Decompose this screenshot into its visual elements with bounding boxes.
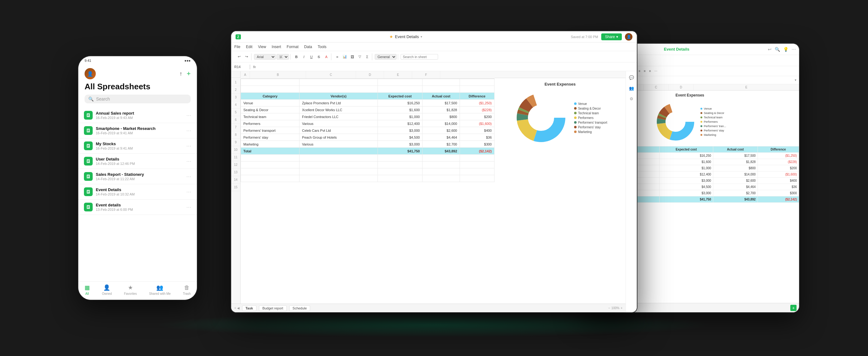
align-right-btn[interactable]: ≡ (648, 69, 652, 73)
cell[interactable] (377, 161, 423, 168)
tab-header-cell[interactable]: Difference (757, 146, 799, 153)
data-cell[interactable]: $14,000 (423, 120, 460, 127)
tab-data-cell[interactable]: $400 (757, 178, 799, 184)
bold-button[interactable]: B (293, 53, 300, 60)
header-cell-4[interactable]: Difference (460, 93, 495, 99)
cell[interactable] (300, 155, 378, 161)
data-cell[interactable]: ($1,250) (460, 99, 495, 107)
comments-icon[interactable]: 💬 (628, 74, 635, 81)
schedule-tab[interactable]: Schedule (289, 305, 310, 311)
data-cell[interactable]: ($1,600) (460, 120, 495, 127)
data-cell[interactable]: $3,000 (377, 141, 423, 148)
font-family-select[interactable]: Arial (254, 54, 276, 60)
people-icon[interactable]: 👥 (628, 84, 635, 92)
cell[interactable] (241, 155, 300, 161)
task-tab[interactable]: Task (242, 305, 256, 311)
tab-total-cell[interactable]: ($2,142) (757, 197, 799, 203)
number-format-select[interactable]: General (375, 54, 397, 60)
data-cell[interactable]: Performers (241, 120, 300, 127)
tab-data-cell[interactable]: ($1,600) (757, 172, 799, 178)
tab-data-cell[interactable]: $12,400 (659, 172, 713, 178)
tab-data-cell[interactable]: $300 (757, 190, 799, 197)
tab-data-cell[interactable]: ($1,250) (757, 153, 799, 159)
lightbulb-icon[interactable]: 💡 (783, 47, 788, 52)
cell[interactable] (460, 168, 495, 175)
underline-button[interactable]: U (308, 53, 315, 60)
data-cell[interactable]: $2,700 (423, 141, 460, 148)
font-size-select[interactable]: 10 (276, 54, 289, 60)
data-cell[interactable]: $12,400 (377, 120, 423, 127)
data-cell[interactable]: Celeb Cars Pvt Ltd (300, 127, 378, 134)
phone-list-item[interactable]: Smartphone - Market Research 16-Feb-2019… (78, 123, 197, 138)
cell[interactable] (423, 79, 460, 86)
more-options-icon[interactable]: ⋯ (792, 47, 796, 52)
phone-list-item[interactable]: Event details 13-Feb-2019 at 6:00 PM ⋯ (78, 200, 197, 215)
menu-item-tools[interactable]: Tools (318, 44, 327, 49)
tab-header-cell[interactable]: Expected cost (659, 146, 713, 153)
menu-item-view[interactable]: View (258, 44, 266, 49)
cell[interactable] (423, 161, 460, 168)
header-cell-1[interactable]: Vendor(s) (300, 93, 378, 99)
cell[interactable] (423, 155, 460, 161)
item-menu-icon[interactable]: ⋯ (186, 128, 191, 134)
phone-nav-item-all[interactable]: ▦All (85, 284, 90, 295)
redo-button[interactable]: ↪ (243, 53, 250, 60)
budget-tab[interactable]: Budget report (259, 305, 287, 311)
total-cell[interactable]: ($2,142) (460, 148, 495, 155)
data-cell[interactable]: $400 (460, 127, 495, 134)
data-cell[interactable]: Friedel Contractors LLC (300, 113, 378, 120)
data-cell[interactable]: $4,464 (423, 134, 460, 141)
header-cell-3[interactable]: Actual cost (423, 93, 460, 99)
phone-nav-item-shared-with-me[interactable]: 👥Shared with Me (149, 284, 170, 295)
cell[interactable] (377, 168, 423, 175)
tab-data-cell[interactable]: $3,000 (659, 190, 713, 197)
cell[interactable] (460, 79, 495, 86)
tab-data-cell[interactable]: $2,700 (713, 190, 758, 197)
item-menu-icon[interactable]: ⋯ (186, 174, 191, 180)
data-cell[interactable]: ($228) (460, 107, 495, 113)
tab-data-cell[interactable]: $17,500 (713, 153, 758, 159)
data-cell[interactable]: $2,600 (423, 127, 460, 134)
data-cell[interactable]: $17,500 (423, 99, 460, 107)
menu-item-insert[interactable]: Insert (272, 44, 281, 49)
item-menu-icon[interactable]: ⋯ (186, 143, 191, 149)
data-cell[interactable]: Performers' stay (241, 134, 300, 141)
data-cell[interactable]: $300 (460, 141, 495, 148)
tab-data-cell[interactable]: $36 (757, 184, 799, 190)
data-cell[interactable]: $1,600 (377, 107, 423, 113)
cell[interactable] (423, 175, 460, 182)
header-cell-2[interactable]: Expected cost (377, 93, 423, 99)
phone-nav-item-owned[interactable]: 👤Owned (102, 284, 112, 295)
add-icon[interactable]: + (187, 70, 191, 78)
cell[interactable] (377, 86, 423, 93)
tab-data-cell[interactable]: $16,250 (659, 153, 713, 159)
align-center-btn[interactable]: ≡ (643, 69, 647, 73)
search-icon[interactable]: 🔍 (775, 47, 780, 52)
data-cell[interactable]: $16,250 (377, 99, 423, 107)
tab-data-cell[interactable]: $4,500 (659, 184, 713, 190)
data-cell[interactable]: Various (300, 120, 378, 127)
text-color-button[interactable]: A (323, 53, 330, 60)
cell[interactable] (241, 175, 300, 182)
total-cell[interactable]: $41,750 (377, 148, 423, 155)
cell[interactable] (377, 79, 423, 86)
zoom-out-button[interactable]: − (609, 306, 610, 310)
tab-data-cell[interactable]: ($228) (757, 159, 799, 165)
data-cell[interactable]: Peach Group of Hotels (300, 134, 378, 141)
tab-add-sheet-button[interactable]: + (790, 305, 797, 311)
cell[interactable] (460, 86, 495, 93)
chart-button[interactable]: 📊 (341, 53, 348, 60)
phone-search-bar[interactable]: 🔍 Search (85, 95, 191, 103)
phone-list-item[interactable]: Event Details 14-Feb-2019 at 10:32 AM ⋯ (78, 184, 197, 200)
cell[interactable] (300, 168, 378, 175)
undo-button[interactable]: ↩ (236, 53, 242, 60)
cell[interactable] (460, 155, 495, 161)
data-cell[interactable]: Technical team (241, 113, 300, 120)
formula-input[interactable] (258, 65, 634, 69)
tab-data-cell[interactable]: $4,464 (713, 184, 758, 190)
tab-header-cell[interactable]: Actual cost (713, 146, 758, 153)
data-cell[interactable]: Various (300, 141, 378, 148)
data-cell[interactable]: Zplace Promoters Pvt Ltd (300, 99, 378, 107)
notification-icon[interactable]: ↑ (179, 70, 182, 77)
add-sheet-btn[interactable]: + ◀ (234, 306, 240, 310)
